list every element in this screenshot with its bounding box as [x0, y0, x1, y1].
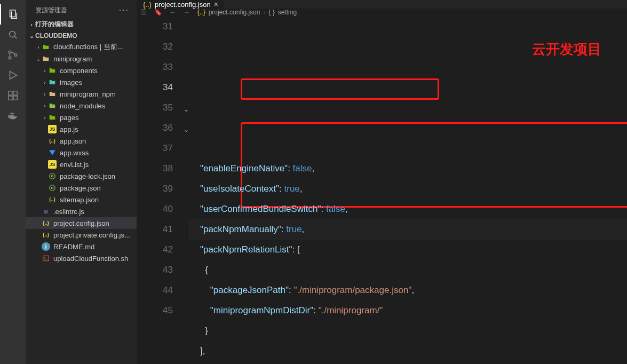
- annotation-text: 云开发项目: [532, 39, 601, 59]
- chevron-right-icon: ›: [42, 115, 48, 121]
- activity-debug-icon[interactable]: [0, 65, 26, 85]
- svg-point-16: [51, 175, 53, 177]
- line-number: 34: [137, 77, 173, 98]
- tree-item-label: .eslintrc.js: [53, 208, 84, 216]
- section-project[interactable]: ⌄ CLOUDDEMO: [26, 30, 137, 41]
- tab-bar: {..} project.config.json ×: [137, 0, 627, 9]
- code-line: "miniprogramNpmDistDir": "./miniprogram/…: [190, 300, 627, 321]
- close-icon[interactable]: ×: [214, 0, 218, 9]
- svg-rect-10: [13, 91, 17, 95]
- tree-file[interactable]: {..}project.config.json: [26, 217, 137, 229]
- svg-point-4: [9, 57, 11, 59]
- section-open-editors[interactable]: › 打开的编辑器: [26, 18, 137, 30]
- tree-file[interactable]: JSapp.js: [26, 123, 137, 135]
- folder-icon: [42, 54, 50, 63]
- tree-item-label: miniprogram_npm: [60, 90, 116, 98]
- tree-item-label: app.js: [60, 125, 78, 133]
- breadcrumb-bar: ☰ 🔖 ← → {..} project.config.json › { } s…: [137, 9, 627, 17]
- svg-rect-14: [10, 113, 12, 115]
- tree-folder[interactable]: ⌄miniprogram: [26, 53, 137, 65]
- wxss-icon: [48, 148, 57, 157]
- code-editor[interactable]: ⌄ ⌄ 313233343536373839404142434445 云开发项目…: [137, 17, 627, 364]
- line-number: 33: [137, 57, 173, 77]
- line-number: 43: [137, 260, 173, 280]
- folder-icon: [48, 90, 57, 98]
- tree-file[interactable]: {..}app.json: [26, 135, 137, 147]
- svg-line-2: [14, 36, 17, 38]
- line-number: 44: [137, 280, 173, 300]
- tree-file[interactable]: {..}sitemap.json: [26, 194, 137, 205]
- code-line: }: [190, 321, 627, 341]
- tree-file[interactable]: JSenvList.js: [26, 159, 137, 170]
- tree-file[interactable]: app.wxss: [26, 147, 137, 159]
- svg-rect-13: [12, 115, 14, 116]
- svg-rect-0: [10, 10, 15, 17]
- tree-file[interactable]: package.json: [26, 182, 137, 194]
- svg-point-1: [10, 31, 15, 37]
- tree-folder[interactable]: ›images: [26, 76, 137, 88]
- folder-icon: [48, 66, 57, 75]
- line-number: 37: [137, 138, 173, 159]
- tab-project-config[interactable]: {..} project.config.json ×: [137, 0, 224, 9]
- breadcrumb[interactable]: {..} project.config.json › { } setting: [197, 9, 297, 16]
- activity-extensions-icon[interactable]: [0, 85, 26, 106]
- tree-file[interactable]: uploadCloudFunction.sh: [26, 252, 137, 264]
- tree-folder[interactable]: ›node_modules: [26, 100, 137, 112]
- code-content: 云开发项目 Yuucn.com CSDN @阿浩(￣▽￣) "enableEng…: [185, 17, 627, 364]
- svg-rect-8: [9, 96, 12, 100]
- tree-folder[interactable]: ›components: [26, 65, 137, 76]
- tree-file[interactable]: iREADME.md: [26, 241, 137, 252]
- activity-files-icon[interactable]: [0, 4, 26, 25]
- folder-icon: [42, 43, 50, 51]
- line-number: 35: [137, 98, 173, 118]
- nav-back-icon[interactable]: ←: [170, 9, 176, 16]
- chevron-right-icon: ›: [42, 91, 48, 97]
- tree-folder[interactable]: ›miniprogram_npm: [26, 88, 137, 100]
- code-line: "useIsolateContext": true,: [190, 179, 627, 199]
- tree-file[interactable]: ◎.eslintrc.js: [26, 205, 137, 217]
- nav-forward-icon[interactable]: →: [184, 9, 190, 16]
- activity-scm-icon[interactable]: [0, 45, 26, 65]
- json-icon: {..}: [143, 1, 152, 9]
- line-number: 41: [137, 219, 173, 240]
- tree-file[interactable]: package-lock.json: [26, 170, 137, 182]
- json-icon: {..}: [197, 9, 205, 16]
- sidebar-more-icon[interactable]: ···: [119, 5, 129, 15]
- line-number: 38: [137, 159, 173, 179]
- tree-folder[interactable]: ›cloudfunctions | 当前...: [26, 41, 137, 53]
- activity-search-icon[interactable]: [0, 25, 26, 45]
- editor-area: {..} project.config.json × ☰ 🔖 ← → {..} …: [137, 0, 627, 364]
- tree-item-label: miniprogram: [53, 55, 92, 63]
- js-icon: JS: [48, 125, 57, 133]
- svg-rect-12: [10, 115, 12, 116]
- svg-rect-9: [13, 96, 17, 100]
- tree-folder[interactable]: ›pages: [26, 112, 137, 123]
- chevron-right-icon: ›: [42, 68, 48, 74]
- npm-icon: [48, 184, 57, 192]
- tree-item-label: cloudfunctions | 当前...: [53, 42, 123, 52]
- highlight-annotation: [241, 78, 439, 100]
- tree-item-label: pages: [60, 114, 78, 122]
- svg-rect-11: [9, 115, 10, 116]
- folder-icon: [48, 101, 57, 110]
- tree-item-label: sitemap.json: [60, 196, 99, 204]
- code-line: "minifyWXSS": true,: [190, 361, 627, 364]
- info-icon: i: [42, 242, 50, 251]
- code-line: ],: [190, 341, 627, 361]
- tree-file[interactable]: {..}project.private.config.js...: [26, 229, 137, 241]
- chevron-right-icon: ›: [42, 103, 48, 109]
- tree-item-label: app.wxss: [60, 149, 89, 157]
- npm-icon: [48, 172, 57, 180]
- json-icon: {..}: [48, 137, 57, 145]
- tree-item-label: package.json: [60, 184, 101, 192]
- json-icon: {..}: [48, 195, 57, 204]
- folder-icon: [48, 78, 57, 86]
- list-icon[interactable]: ☰: [141, 9, 147, 16]
- bookmark-icon[interactable]: 🔖: [154, 9, 162, 16]
- svg-rect-15: [12, 113, 14, 115]
- chevron-right-icon: ›: [28, 21, 35, 28]
- tree-item-label: images: [60, 78, 82, 86]
- line-number: 39: [137, 179, 173, 199]
- chevron-right-icon: ›: [42, 80, 48, 85]
- activity-docker-icon[interactable]: [0, 106, 26, 126]
